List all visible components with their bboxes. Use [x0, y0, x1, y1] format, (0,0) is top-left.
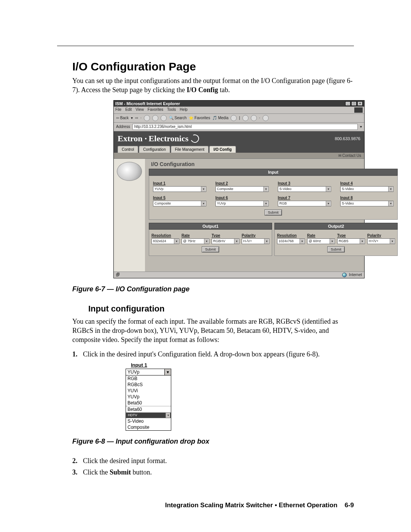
- dropdown-option[interactable]: YUVi: [126, 388, 171, 394]
- dropdown-label: Input 1: [126, 362, 171, 368]
- site-top-links[interactable]: ✉ Contact Us: [114, 153, 364, 159]
- output2-bar: Output2: [274, 223, 398, 230]
- back-button[interactable]: ⇦ Back: [116, 116, 129, 120]
- output1-submit-button[interactable]: Submit: [202, 246, 219, 252]
- dropdown-option[interactable]: Composite: [126, 424, 171, 430]
- output1-polarity[interactable]: H-/V+: [242, 238, 269, 244]
- figure-6-8-caption: Figure 6-8 — Input configuration drop bo…: [72, 438, 354, 446]
- page-heading: I/O Configuration Page: [72, 60, 354, 73]
- dropdown-option[interactable]: YUVp: [126, 394, 171, 400]
- print-icon[interactable]: [251, 115, 257, 121]
- output1-rate[interactable]: @ 75Hz: [182, 238, 209, 244]
- dropdown-selected[interactable]: YUVp: [126, 369, 171, 375]
- mail-icon[interactable]: [242, 115, 249, 121]
- input-3-field[interactable]: Input 3 S-Video: [278, 181, 331, 192]
- favorites-button[interactable]: ⭐ Favorites: [189, 116, 210, 120]
- refresh-icon[interactable]: [152, 115, 158, 121]
- output2-col: Output2 Resolution1024x768 Rate@ 60Hz Ty…: [274, 223, 398, 256]
- input-submit-button[interactable]: Submit: [264, 209, 282, 216]
- address-bar[interactable]: Address http://10.13.2.236/nortxe_ism.ht…: [114, 123, 364, 131]
- io-config-title: I/O Configuration: [151, 161, 398, 167]
- output1-bar: Output1: [149, 223, 272, 230]
- figure-6-7-screenshot: ISM - Microsoft Internet Explorer _ □ × …: [113, 100, 365, 278]
- input-panel: Input 1 YUVp Input 2 Composite Input 3 S…: [149, 176, 398, 220]
- menu-view[interactable]: View: [135, 107, 144, 113]
- window-title: ISM - Microsoft Internet Explorer: [115, 101, 180, 106]
- site-header: Extron Electronics 800.633.9876 Control …: [114, 131, 364, 153]
- address-input[interactable]: http://10.13.2.236/nortxe_ism.html: [132, 124, 358, 130]
- input-5-field[interactable]: Input 5 Composite: [153, 196, 206, 206]
- input-6-field[interactable]: Input 6 YUVp: [215, 196, 269, 206]
- sidebar-badge-icon: [117, 162, 142, 181]
- input-4-field[interactable]: Input 4 S-Video: [340, 181, 393, 192]
- edit-icon[interactable]: [263, 115, 269, 121]
- menubar[interactable]: File Edit View Favorites Tools Help: [114, 107, 364, 114]
- ie-throbber-icon: [354, 107, 363, 113]
- input-1-field[interactable]: Input 1 YUVp: [153, 181, 206, 192]
- toolbar[interactable]: ⇦ Back ▾ ⇨ · 🔍 Search ⭐ Favorites 🎵 Medi…: [114, 114, 364, 123]
- media-button[interactable]: 🎵 Media: [212, 116, 228, 120]
- menu-file[interactable]: File: [115, 107, 121, 113]
- dropdown-option[interactable]: S-Video: [126, 418, 171, 424]
- input-7-field[interactable]: Input 7 RGB: [278, 196, 331, 206]
- tab-file-management[interactable]: File Management: [171, 146, 209, 153]
- intro-paragraph: You can set up the input configurations …: [72, 76, 354, 95]
- status-zone: Internet: [349, 273, 362, 277]
- intro-bold: I/O Config: [186, 86, 218, 94]
- output1-resolution[interactable]: 832x624: [151, 238, 179, 244]
- site-brand: Extron Electronics: [118, 134, 199, 144]
- history-icon[interactable]: [231, 115, 237, 121]
- sidebar: [114, 159, 145, 272]
- menu-edit[interactable]: Edit: [125, 107, 132, 113]
- figure-6-8-dropdown: Input 1 YUVp RGB RGBcS YUVi YUVp Beta50 …: [126, 362, 171, 431]
- statusbar: 🗐 Internet: [114, 272, 364, 278]
- menu-tools[interactable]: Tools: [167, 107, 176, 113]
- input-bar: Input: [149, 169, 398, 176]
- site-phone: 800.633.9876: [335, 136, 360, 141]
- home-icon[interactable]: [161, 115, 167, 121]
- window-min-button[interactable]: _: [345, 101, 350, 106]
- output2-submit-button[interactable]: Submit: [327, 246, 345, 252]
- search-button[interactable]: 🔍 Search: [169, 116, 186, 120]
- dropdown-option[interactable]: Beta60: [126, 406, 171, 412]
- input-config-intro: You can specify the format of each input…: [72, 317, 354, 345]
- main-panel: I/O Configuration Input Input 1 YUVp Inp…: [145, 159, 401, 272]
- output2-resolution[interactable]: 1024x768: [277, 238, 305, 244]
- menu-help[interactable]: Help: [180, 107, 188, 113]
- dropdown-option[interactable]: RGB: [126, 375, 171, 382]
- dropdown-option-selected[interactable]: HDTV: [126, 412, 171, 418]
- dropdown-option[interactable]: Beta50: [126, 400, 171, 406]
- tab-configuration[interactable]: Configuration: [139, 146, 170, 153]
- output2-type[interactable]: RGBS: [337, 238, 365, 244]
- window-close-button[interactable]: ×: [357, 101, 363, 106]
- step-1: 1. Click in the desired input's Configur…: [72, 350, 354, 359]
- output2-polarity[interactable]: H+/V+: [367, 238, 395, 244]
- step-2: 2. Click the desired input format.: [72, 456, 354, 465]
- output1-col: Output1 Resolution832x624 Rate@ 75Hz Typ…: [149, 223, 272, 256]
- status-left-icon: 🗐: [116, 273, 120, 277]
- tab-control[interactable]: Control: [118, 146, 138, 153]
- address-label: Address: [116, 125, 130, 129]
- window-max-button[interactable]: □: [351, 101, 357, 106]
- step-3: 3. Click the Submit button.: [72, 468, 354, 477]
- dropdown-list[interactable]: RGB RGBcS YUVi YUVp Beta50 Beta60 HDTV S…: [126, 375, 171, 431]
- input-2-field[interactable]: Input 2 Composite: [215, 181, 269, 192]
- page-footer: Integration Scaling Matrix Switcher • Et…: [57, 502, 354, 509]
- input-config-subhead: Input configuration: [88, 304, 354, 314]
- internet-zone-icon: [342, 273, 347, 277]
- stop-icon[interactable]: [144, 115, 150, 121]
- output2-rate[interactable]: @ 60Hz: [307, 238, 335, 244]
- input-8-field[interactable]: Input 8 S-Video: [340, 196, 393, 206]
- forward-button[interactable]: ⇨: [135, 116, 138, 120]
- site-tabs[interactable]: Control Configuration File Management I/…: [118, 146, 360, 153]
- output1-type[interactable]: RGBHV: [212, 238, 239, 244]
- menu-favorites[interactable]: Favorites: [148, 107, 163, 113]
- outputs-row: Output1 Resolution832x624 Rate@ 75Hz Typ…: [149, 223, 398, 256]
- dropdown-option[interactable]: RGBcS: [126, 382, 171, 388]
- brand-swirl-icon: [190, 133, 200, 144]
- intro-text-2: tab.: [218, 86, 230, 94]
- tab-io-config[interactable]: I/O Config: [209, 146, 236, 153]
- window-titlebar[interactable]: ISM - Microsoft Internet Explorer _ □ ×: [114, 101, 364, 107]
- top-rule: [57, 46, 354, 46]
- go-dropdown[interactable]: ▾: [360, 125, 362, 129]
